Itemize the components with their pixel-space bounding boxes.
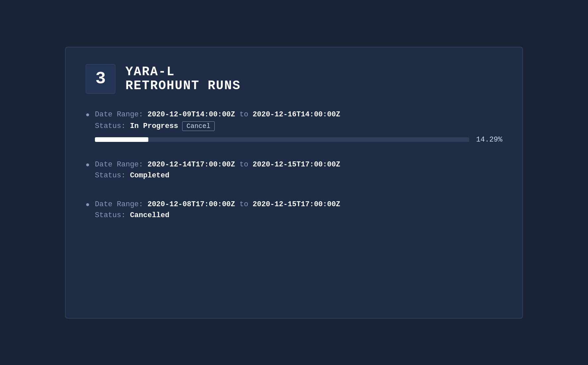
status-label-1: Status: <box>95 122 130 130</box>
card-header: 3 YARA-L RETROHUNT RUNS <box>86 64 502 94</box>
bullet-icon-3: ● <box>86 201 90 209</box>
date-range-sep-2: to <box>235 160 253 169</box>
date-range-line-2: Date Range: 2020-12-14T17:00:00Z to 2020… <box>95 160 502 169</box>
date-range-sep-3: to <box>235 200 253 209</box>
status-value-2: Completed <box>130 171 170 180</box>
date-range-end-2: 2020-12-15T17:00:00Z <box>253 160 340 169</box>
run-details-2: Date Range: 2020-12-14T17:00:00Z to 2020… <box>95 160 502 184</box>
run-details-3: Date Range: 2020-12-08T17:00:00Z to 2020… <box>95 200 502 223</box>
date-range-line-3: Date Range: 2020-12-08T17:00:00Z to 2020… <box>95 200 502 209</box>
progress-bar-fill-1 <box>95 137 148 142</box>
bullet-icon-2: ● <box>86 161 90 169</box>
run-item-2: ● Date Range: 2020-12-14T17:00:00Z to 20… <box>86 160 502 184</box>
run-date-row-3: ● Date Range: 2020-12-08T17:00:00Z to 20… <box>86 200 502 223</box>
run-count-box: 3 <box>86 64 115 94</box>
progress-container-1: 14.29% <box>95 136 502 144</box>
date-range-end-3: 2020-12-15T17:00:00Z <box>253 200 340 209</box>
run-details-1: Date Range: 2020-12-09T14:00:00Z to 2020… <box>95 110 502 144</box>
date-range-start-3: 2020-12-08T17:00:00Z <box>147 200 235 209</box>
run-count: 3 <box>95 69 106 89</box>
date-range-label-1: Date Range: <box>95 110 147 119</box>
date-range-sep-1: to <box>235 110 253 119</box>
run-item-1: ● Date Range: 2020-12-09T14:00:00Z to 20… <box>86 110 502 144</box>
retrohunt-runs-card: 3 YARA-L RETROHUNT RUNS ● Date Range: 20… <box>65 47 523 319</box>
status-label-2: Status: <box>95 171 130 180</box>
date-range-label-2: Date Range: <box>95 160 147 169</box>
card-title-block: YARA-L RETROHUNT RUNS <box>125 65 241 93</box>
date-range-start-1: 2020-12-09T14:00:00Z <box>147 110 235 119</box>
run-date-row-2: ● Date Range: 2020-12-14T17:00:00Z to 20… <box>86 160 502 184</box>
run-date-row-1: ● Date Range: 2020-12-09T14:00:00Z to 20… <box>86 110 502 144</box>
card-title-line1: YARA-L <box>125 65 241 79</box>
progress-bar-bg-1 <box>95 137 469 142</box>
status-value-3: Cancelled <box>130 211 170 219</box>
cancel-button-1[interactable]: Cancel <box>182 121 215 131</box>
date-range-start-2: 2020-12-14T17:00:00Z <box>147 160 235 169</box>
progress-pct-1: 14.29% <box>476 136 502 144</box>
date-range-line-1: Date Range: 2020-12-09T14:00:00Z to 2020… <box>95 110 502 119</box>
status-label-3: Status: <box>95 211 130 219</box>
status-line-1: Status: In ProgressCancel <box>95 121 502 131</box>
bullet-icon-1: ● <box>86 111 90 119</box>
date-range-end-1: 2020-12-16T14:00:00Z <box>253 110 340 119</box>
card-title-line2: RETROHUNT RUNS <box>125 79 241 93</box>
run-item-3: ● Date Range: 2020-12-08T17:00:00Z to 20… <box>86 200 502 223</box>
status-line-3: Status: Cancelled <box>95 211 502 219</box>
status-value-1: In Progress <box>130 122 178 130</box>
status-line-2: Status: Completed <box>95 171 502 180</box>
runs-list: ● Date Range: 2020-12-09T14:00:00Z to 20… <box>86 110 502 223</box>
date-range-label-3: Date Range: <box>95 200 147 209</box>
